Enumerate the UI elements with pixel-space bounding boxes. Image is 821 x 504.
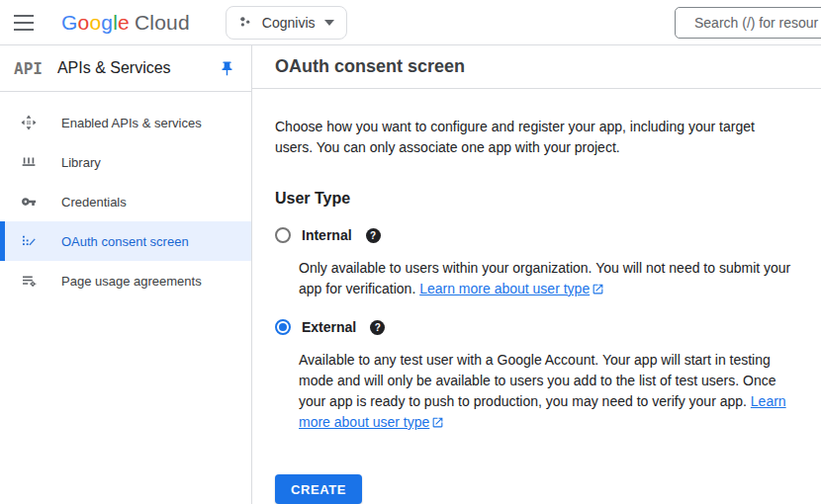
sidebar-item-label: Enabled APIs & services [61, 116, 202, 130]
menu-icon[interactable] [2, 0, 46, 45]
sidebar-header: API APIs & Services [0, 45, 251, 92]
consent-screen-icon [20, 232, 38, 250]
internal-option-row: Internal ? [275, 227, 821, 243]
cloud-wordmark: Cloud [135, 11, 190, 35]
sidebar-item-label: Page usage agreements [61, 274, 202, 289]
internal-help-icon[interactable]: ? [366, 228, 381, 243]
intro-text: Choose how you want to configure and reg… [275, 117, 775, 158]
sidebar-title: APIs & Services [57, 59, 171, 77]
sidebar-item-enabled-apis[interactable]: Enabled APIs & services [0, 103, 251, 142]
search-input[interactable] [675, 7, 821, 39]
api-product-icon: API [14, 59, 43, 78]
sidebar-item-label: Library [61, 155, 101, 170]
page-title: OAuth consent screen [275, 56, 465, 77]
project-icon [236, 14, 253, 31]
sidebar-item-credentials[interactable]: Credentials [0, 182, 251, 221]
enabled-apis-icon [20, 114, 38, 131]
internal-option-label: Internal [302, 227, 352, 243]
external-link-icon [431, 416, 444, 429]
sidebar-item-label: Credentials [61, 195, 127, 210]
main-header: OAuth consent screen [252, 45, 821, 89]
external-option-row: External ? [275, 319, 821, 335]
external-radio[interactable] [275, 319, 291, 335]
internal-option-description: Only available to users within your orga… [299, 258, 805, 299]
main-content: Choose how you want to configure and reg… [252, 89, 821, 504]
sidebar-nav: Enabled APIs & services Library [0, 92, 251, 300]
key-icon [20, 193, 38, 210]
user-type-heading: User Type [275, 190, 821, 208]
external-option-description: Available to any test user with a Google… [299, 350, 805, 433]
sidebar: API APIs & Services [0, 45, 252, 504]
google-wordmark: Google [61, 11, 130, 35]
library-icon [20, 153, 38, 171]
top-bar: Google Cloud Cognivis [0, 0, 821, 45]
create-button[interactable]: CREATE [275, 474, 362, 504]
external-help-icon[interactable]: ? [370, 320, 385, 335]
external-link-icon [592, 283, 604, 295]
project-selector[interactable]: Cognivis [226, 6, 347, 40]
sidebar-item-library[interactable]: Library [0, 142, 251, 182]
project-name: Cognivis [262, 15, 316, 31]
chevron-down-icon [324, 20, 334, 26]
google-cloud-logo[interactable]: Google Cloud [61, 11, 190, 35]
sidebar-item-label: OAuth consent screen [61, 234, 189, 249]
external-description-text: Available to any test user with a Google… [299, 352, 776, 409]
pin-icon[interactable] [219, 60, 235, 77]
agreements-icon [20, 272, 38, 290]
external-option-label: External [302, 319, 356, 335]
sidebar-item-page-usage-agreements[interactable]: Page usage agreements [0, 261, 251, 300]
internal-radio[interactable] [275, 227, 291, 243]
sidebar-item-oauth-consent-screen[interactable]: OAuth consent screen [0, 221, 251, 261]
main-panel: OAuth consent screen Choose how you want… [252, 45, 821, 504]
internal-learn-more-link[interactable]: Learn more about user type [419, 281, 590, 296]
